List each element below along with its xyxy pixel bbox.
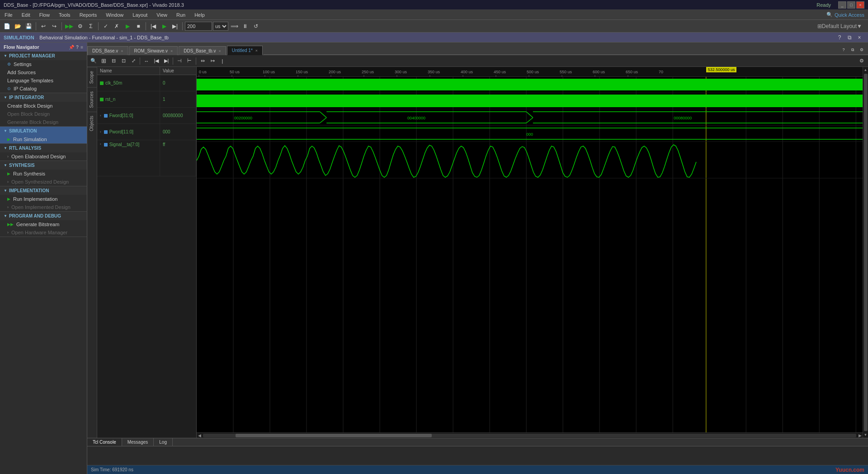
nav-settings[interactable]: ⚙ Settings (0, 60, 87, 68)
sim-close-button[interactable]: × (854, 33, 864, 43)
nav-ip-catalog[interactable]: ⊙ IP Catalog (0, 85, 87, 93)
undo-button[interactable]: ↩ (38, 21, 48, 31)
tab-tcl-console[interactable]: Tcl Console (87, 438, 122, 446)
sim-float-button[interactable]: ⧉ (844, 33, 854, 43)
menu-view[interactable]: View (152, 10, 172, 19)
minimize-button[interactable]: _ (838, 1, 846, 9)
quick-access-button[interactable]: 🔍 Quick Access (823, 12, 868, 18)
menu-help[interactable]: Help (190, 10, 209, 19)
tab-float-button[interactable]: ⧉ (848, 45, 857, 54)
nav-run-implementation[interactable]: ▶ Run Implementation (0, 195, 87, 203)
settings-button[interactable]: ⚙ (75, 21, 85, 31)
maximize-button[interactable]: □ (847, 1, 855, 9)
nav-generate-bitstream[interactable]: ▶▶ Generate Bitstream (0, 220, 87, 228)
menu-flow[interactable]: Flow (35, 10, 54, 19)
tab-settings-button[interactable]: ⚙ (857, 45, 866, 54)
impl-button[interactable]: ▶ (123, 21, 132, 31)
menu-window[interactable]: Window (101, 10, 128, 19)
simulation-header[interactable]: ▼ SIMULATION (0, 127, 87, 135)
menu-layout[interactable]: Layout (128, 10, 152, 19)
wave-cursor-2[interactable]: ⊢ (185, 57, 194, 66)
tab-dds-base-close[interactable]: × (121, 49, 123, 53)
check-button[interactable]: ✓ (101, 21, 111, 31)
tab-help-button[interactable]: ? (839, 45, 848, 54)
play-button[interactable]: ▶ (159, 21, 169, 31)
save-button[interactable]: 💾 (24, 21, 33, 31)
step-button[interactable]: ▶| (170, 21, 180, 31)
scroll-down-button[interactable]: ▼ (863, 432, 868, 438)
sim-help-button[interactable]: ? (835, 33, 844, 43)
sigma-button[interactable]: Σ (86, 21, 96, 31)
sources-label[interactable]: Sources (87, 87, 97, 112)
wave-zoom-in-btn[interactable]: ⊞ (99, 57, 108, 66)
h-scroll-thumb[interactable] (236, 434, 432, 437)
nav-add-sources[interactable]: Add Sources (0, 68, 87, 76)
menu-reports[interactable]: Reports (75, 10, 102, 19)
wave-add-marker[interactable]: | (218, 57, 227, 66)
wave-cursor-link[interactable]: ⇔ (198, 57, 207, 66)
nav-settings-button[interactable]: ≡ (80, 45, 83, 50)
h-scroll-left[interactable]: ◀ (197, 433, 202, 438)
signal-row-signal-ta[interactable]: › Signal__ta[7:0] ff (97, 140, 196, 176)
layout-button[interactable]: ⊞ Default Layout ▼ (813, 21, 866, 31)
tab-dds-base[interactable]: DDS_Base.v × (87, 46, 128, 55)
time-unit-select[interactable]: us ns ps (213, 22, 228, 31)
redo-button[interactable]: ↪ (49, 21, 59, 31)
cross-button[interactable]: ✗ (112, 21, 122, 31)
scroll-thumb[interactable] (864, 74, 868, 431)
tab-dds-base-tb[interactable]: DDS_Base_tb.v × (179, 46, 226, 55)
tab-dds-base-tb-close[interactable]: × (218, 49, 221, 53)
tab-rom-sinwave[interactable]: ROM_Sinwave.v × (129, 46, 178, 55)
objects-label[interactable]: Objects (87, 112, 97, 135)
wave-fit-all[interactable]: ⤢ (129, 57, 138, 66)
close-button[interactable]: × (856, 1, 864, 9)
synthesis-header[interactable]: ▼ SYNTHESIS (0, 161, 87, 170)
h-scroll-right[interactable]: ▶ (857, 433, 863, 438)
implementation-header[interactable]: ▼ IMPLEMENTATION (0, 186, 87, 195)
pword-expand-icon[interactable]: › (100, 130, 101, 134)
menu-file[interactable]: File (0, 10, 17, 19)
ip-integrator-header[interactable]: ▼ IP INTEGRATOR (0, 93, 87, 102)
fword-expand-icon[interactable]: › (100, 114, 101, 118)
menu-edit[interactable]: Edit (17, 10, 35, 19)
wave-jump-cursor[interactable]: ↦ (208, 57, 217, 66)
project-manager-header[interactable]: ▼ PROJECT MANAGER (0, 52, 87, 60)
stop-button[interactable]: ■ (133, 21, 143, 31)
signal-row-rst[interactable]: rst_n 1 (97, 91, 196, 108)
refresh-button[interactable]: ↺ (251, 21, 261, 31)
nav-open-elaborated[interactable]: › Open Elaborated Design (0, 152, 87, 161)
tab-untitled[interactable]: Untitled 1* × (227, 46, 263, 55)
right-scrollbar[interactable]: ▲ ▼ (863, 67, 868, 438)
scope-label[interactable]: Scope (87, 67, 97, 87)
signal-row-fword[interactable]: › Fword[31:0] 00080000 (97, 108, 196, 124)
open-button[interactable]: 📂 (13, 21, 23, 31)
scroll-up-button[interactable]: ▲ (863, 67, 868, 73)
signal-row-pword[interactable]: › Pword[11:0] 000 (97, 124, 196, 140)
h-scrollbar[interactable]: ◀ ▶ (197, 432, 863, 438)
wave-to-start[interactable]: |◀ (152, 57, 161, 66)
nav-help-button[interactable]: ? (76, 45, 79, 50)
tab-log[interactable]: Log (154, 438, 173, 446)
nav-run-simulation[interactable]: ▶ Run Simulation (0, 135, 87, 143)
tab-messages[interactable]: Messages (122, 438, 154, 446)
wave-cursor-1[interactable]: ⊣ (175, 57, 184, 66)
run-time-button[interactable]: ⟹ (229, 21, 239, 31)
new-button[interactable]: 📄 (2, 21, 12, 31)
menu-run[interactable]: Run (172, 10, 190, 19)
wave-settings-btn[interactable]: ⚙ (857, 57, 866, 66)
tab-rom-sinwave-close[interactable]: × (170, 49, 173, 53)
run-all-button[interactable]: ▶▶ (64, 21, 74, 31)
menu-tools[interactable]: Tools (54, 10, 75, 19)
wave-prev-cursor[interactable]: ↔ (142, 57, 151, 66)
tab-untitled-close[interactable]: × (255, 48, 258, 53)
h-scroll-track[interactable] (203, 434, 856, 437)
program-debug-header[interactable]: ▼ PROGRAM AND DEBUG (0, 212, 87, 220)
wave-zoom-out-btn[interactable]: ⊟ (109, 57, 118, 66)
nav-run-synthesis[interactable]: ▶ Run Synthesis (0, 170, 87, 178)
nav-pin-button[interactable]: 📌 (69, 45, 74, 50)
restart-button[interactable]: |◀ (148, 21, 158, 31)
rtl-analysis-header[interactable]: ▼ RTL ANALYSIS (0, 144, 87, 152)
time-input[interactable] (185, 22, 212, 31)
ta-expand-icon[interactable]: › (100, 142, 101, 146)
waveform-display[interactable]: 0 us 50 us 100 us 150 us 200 us 250 us 3… (197, 67, 863, 438)
